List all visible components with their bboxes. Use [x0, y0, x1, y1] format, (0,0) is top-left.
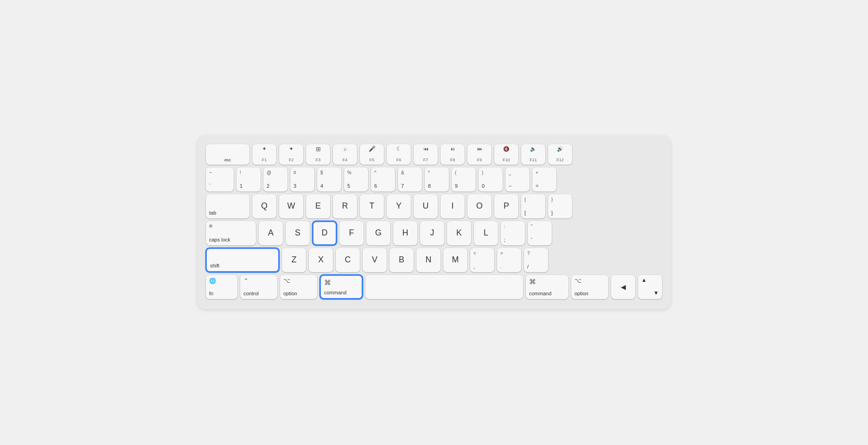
key-f4[interactable]: ⌕ F4	[333, 144, 357, 165]
f3-symbol: ⊞	[316, 146, 321, 153]
key-f3[interactable]: ⊞ F3	[306, 144, 330, 165]
key-f[interactable]: F	[339, 221, 364, 245]
key-command-right[interactable]: ⌘ command	[526, 275, 568, 299]
a-row: caps lock A S D F G H J K L : ; " '	[206, 221, 662, 245]
key-d[interactable]: D	[313, 221, 337, 245]
f7-symbol: ⏮	[423, 146, 428, 152]
f1-symbol: ✦	[262, 146, 267, 153]
key-tab[interactable]: tab	[206, 194, 249, 218]
key-z[interactable]: Z	[282, 248, 306, 272]
key-space[interactable]	[365, 275, 523, 299]
f9-symbol: ⏭	[477, 146, 482, 152]
key-g[interactable]: G	[366, 221, 390, 245]
key-u[interactable]: U	[414, 194, 438, 218]
key-c[interactable]: C	[336, 248, 360, 272]
key-n[interactable]: N	[416, 248, 440, 272]
f5-label: F5	[370, 158, 375, 163]
f2-symbol: ✦	[289, 146, 294, 153]
key-5[interactable]: % 5	[344, 167, 368, 191]
key-o[interactable]: O	[467, 194, 491, 218]
key-i[interactable]: I	[440, 194, 465, 218]
key-w[interactable]: W	[279, 194, 303, 218]
globe-icon: 🌐	[209, 278, 216, 285]
f3-label: F3	[316, 158, 321, 163]
f2-label: F2	[289, 158, 294, 163]
key-option-left[interactable]: ⌥ option	[280, 275, 317, 299]
key-y[interactable]: Y	[387, 194, 411, 218]
key-6[interactable]: ^ 6	[371, 167, 395, 191]
f6-symbol: ☾	[396, 146, 402, 153]
key-3[interactable]: # 3	[290, 167, 314, 191]
key-arrow-updown[interactable]: ▲ ▼	[638, 275, 662, 299]
key-bracket-open[interactable]: { [	[521, 194, 545, 218]
key-f11[interactable]: 🔉 F11	[521, 144, 545, 165]
key-8[interactable]: * 8	[425, 167, 449, 191]
key-0[interactable]: ) 0	[479, 167, 503, 191]
key-7[interactable]: & 7	[398, 167, 422, 191]
key-quote[interactable]: " '	[528, 221, 552, 245]
capslock-dot	[209, 224, 212, 228]
key-2[interactable]: @ 2	[263, 167, 287, 191]
arrow-up-icon: ▲	[641, 277, 647, 284]
key-f7[interactable]: ⏮ F7	[414, 144, 438, 165]
key-k[interactable]: K	[447, 221, 471, 245]
key-j[interactable]: J	[420, 221, 444, 245]
key-m[interactable]: M	[443, 248, 467, 272]
f12-symbol: 🔊	[557, 146, 563, 152]
key-v[interactable]: V	[363, 248, 387, 272]
key-f9[interactable]: ⏭ F9	[467, 144, 491, 165]
key-slash[interactable]: ? /	[524, 248, 548, 272]
key-esc[interactable]: esc	[206, 144, 249, 165]
key-l[interactable]: L	[474, 221, 498, 245]
key-f10[interactable]: 🔇 F10	[494, 144, 518, 165]
key-grave[interactable]: ~ `	[206, 167, 234, 191]
key-fn[interactable]: 🌐 fn	[206, 275, 237, 299]
key-shift-left[interactable]: shift	[206, 248, 279, 272]
key-x[interactable]: X	[309, 248, 333, 272]
key-arrow-left[interactable]: ◀	[611, 275, 635, 299]
function-row: esc ✦ F1 ✦ F2 ⊞ F3 ⌕ F4 🎤 F5 ☾ F6 ⏮ F7	[206, 144, 662, 165]
key-f5[interactable]: 🎤 F5	[360, 144, 384, 165]
f9-label: F9	[477, 158, 482, 163]
key-minus[interactable]: _ −	[505, 167, 530, 191]
bottom-row: 🌐 fn ⌃ control ⌥ option ⌘ command ⌘ comm…	[206, 275, 662, 299]
f1-label: F1	[262, 158, 267, 163]
key-f6[interactable]: ☾ F6	[387, 144, 411, 165]
key-option-right[interactable]: ⌥ option	[571, 275, 608, 299]
key-q[interactable]: Q	[252, 194, 276, 218]
arrow-left-icon: ◀	[621, 283, 626, 291]
key-e[interactable]: E	[306, 194, 330, 218]
key-f8[interactable]: ⏯ F8	[440, 144, 465, 165]
key-p[interactable]: P	[494, 194, 518, 218]
f10-label: F10	[503, 158, 510, 163]
key-1[interactable]: ! 1	[236, 167, 261, 191]
key-control[interactable]: ⌃ control	[240, 275, 277, 299]
z-row: shift Z X C V B N M < , > . ? /	[206, 248, 662, 272]
f5-symbol: 🎤	[369, 146, 376, 153]
number-row: ~ ` ! 1 @ 2 # 3 $ 4 % 5 ^ 6 & 7	[206, 167, 662, 191]
key-capslock[interactable]: caps lock	[206, 221, 256, 245]
f11-symbol: 🔉	[530, 146, 536, 152]
key-f2[interactable]: ✦ F2	[279, 144, 303, 165]
key-period[interactable]: > .	[497, 248, 521, 272]
f4-label: F4	[343, 158, 348, 163]
key-equal[interactable]: + =	[532, 167, 556, 191]
key-4[interactable]: $ 4	[317, 167, 341, 191]
key-bracket-close[interactable]: } ]	[548, 194, 572, 218]
key-t[interactable]: T	[360, 194, 384, 218]
key-semicolon[interactable]: : ;	[501, 221, 525, 245]
key-h[interactable]: H	[393, 221, 417, 245]
key-r[interactable]: R	[333, 194, 357, 218]
key-f12[interactable]: 🔊 F12	[548, 144, 572, 165]
key-a[interactable]: A	[259, 221, 283, 245]
key-9[interactable]: ( 9	[452, 167, 476, 191]
key-f1[interactable]: ✦ F1	[252, 144, 276, 165]
key-command-left[interactable]: ⌘ command	[320, 275, 363, 299]
f4-symbol: ⌕	[344, 146, 347, 153]
f6-label: F6	[396, 158, 402, 163]
key-b[interactable]: B	[389, 248, 414, 272]
key-s[interactable]: S	[286, 221, 310, 245]
f10-symbol: 🔇	[503, 146, 510, 152]
key-comma[interactable]: < ,	[470, 248, 494, 272]
arrow-down-icon: ▼	[653, 290, 659, 297]
